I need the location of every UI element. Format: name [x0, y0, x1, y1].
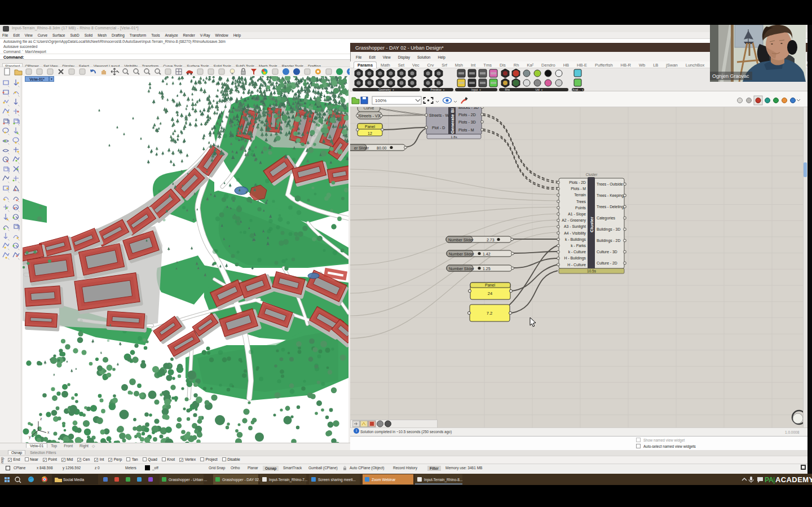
- svg-text:k - Culture: k - Culture: [568, 250, 586, 254]
- svg-text:7.2: 7.2: [487, 311, 492, 316]
- svg-text:PA: PA: [765, 476, 774, 484]
- svg-text:Number Slider: Number Slider: [448, 238, 474, 242]
- svg-text:Trees - Deleting: Trees - Deleting: [597, 205, 624, 209]
- svg-text:k - Buildings: k - Buildings: [565, 237, 586, 242]
- svg-text:Trees - Outside: Trees - Outside: [597, 182, 623, 186]
- svg-text:Cluster: Cluster: [589, 217, 594, 232]
- svg-text:x: x: [47, 430, 50, 434]
- svg-text:Buildings - 2D: Buildings - 2D: [597, 239, 620, 243]
- svg-text:100%: 100%: [375, 98, 386, 103]
- svg-text:er Slider: er Slider: [354, 146, 369, 150]
- svg-text:H - Culture: H - Culture: [567, 263, 586, 267]
- svg-text:1.25: 1.25: [483, 267, 491, 271]
- svg-text:12: 12: [368, 131, 372, 135]
- svg-text:Social Media: Social Media: [63, 478, 85, 482]
- svg-text:k - Parks: k - Parks: [571, 244, 586, 248]
- svg-text:Streets - V3: Streets - V3: [359, 114, 380, 118]
- svg-text:A1 - Slope: A1 - Slope: [568, 212, 586, 217]
- svg-text:Buildings - 3D: Buildings - 3D: [597, 227, 620, 232]
- svg-text:80.00: 80.00: [377, 146, 387, 150]
- svg-text:Zoom Webinar: Zoom Webinar: [372, 478, 396, 482]
- svg-text:Generate Bl: Generate Bl: [450, 108, 455, 134]
- svg-text:Ognjen Graovac: Ognjen Graovac: [712, 73, 749, 79]
- svg-text:Plots - 2D: Plots - 2D: [458, 113, 476, 117]
- svg-text:?: ?: [348, 69, 350, 75]
- svg-text:Grasshopper - Urban ...: Grasshopper - Urban ...: [169, 478, 207, 482]
- svg-text:z: z: [40, 417, 42, 421]
- svg-text:Culture - 3D: Culture - 3D: [597, 250, 617, 254]
- svg-text:Number Slider: Number Slider: [449, 252, 474, 256]
- svg-text:Grasshopper - DAY 02...: Grasshopper - DAY 02...: [222, 478, 262, 482]
- svg-text:A3 - Sunlight: A3 - Sunlight: [564, 224, 586, 229]
- svg-text:10.5s: 10.5s: [587, 269, 597, 273]
- svg-text:A2 - Greenery: A2 - Greenery: [562, 218, 586, 223]
- svg-text:|: |: [773, 476, 775, 484]
- svg-text:Plots - M: Plots - M: [571, 187, 586, 191]
- svg-text:1.8s: 1.8s: [451, 135, 457, 139]
- svg-text:Plots - 3D: Plots - 3D: [458, 120, 476, 124]
- svg-text:Categories: Categories: [597, 216, 615, 221]
- svg-text:Trees: Trees: [576, 200, 586, 204]
- svg-text:Terrain: Terrain: [574, 193, 586, 197]
- svg-text:Number Slider: Number Slider: [449, 267, 474, 271]
- svg-text:ACADEMY: ACADEMY: [775, 475, 812, 484]
- svg-text:Plots - 2D: Plots - 2D: [569, 180, 586, 184]
- svg-text:24: 24: [488, 291, 492, 296]
- svg-text:Points: Points: [575, 206, 586, 210]
- svg-text:Trees - Keeping: Trees - Keeping: [597, 193, 624, 198]
- svg-text:Panel: Panel: [485, 283, 495, 287]
- svg-text:A4 - Visibility: A4 - Visibility: [564, 231, 586, 236]
- svg-text:Plot - D: Plot - D: [432, 126, 445, 130]
- svg-text:Blocks - 3D: Blocks - 3D: [458, 107, 479, 109]
- svg-text:H - Buildings: H - Buildings: [564, 256, 586, 261]
- svg-text:Plots - M: Plots - M: [458, 128, 474, 132]
- svg-text:Culture - 2D: Culture - 2D: [597, 261, 617, 265]
- svg-text:Streets - W: Streets - W: [429, 113, 449, 117]
- svg-text:Input-Terrain_Rhino-7...: Input-Terrain_Rhino-7...: [269, 478, 307, 482]
- svg-text:Screen sharing meeti...: Screen sharing meeti...: [318, 478, 356, 482]
- svg-text:Cluster: Cluster: [586, 173, 598, 177]
- svg-text:1.42: 1.42: [483, 252, 491, 256]
- svg-text:Input-Terrain_Rhino-8...: Input-Terrain_Rhino-8...: [424, 478, 462, 482]
- svg-text:2.73: 2.73: [487, 238, 495, 242]
- svg-text:y: y: [29, 435, 31, 439]
- svg-text:Curve: Curve: [364, 107, 374, 110]
- svg-text:Panel: Panel: [365, 125, 375, 129]
